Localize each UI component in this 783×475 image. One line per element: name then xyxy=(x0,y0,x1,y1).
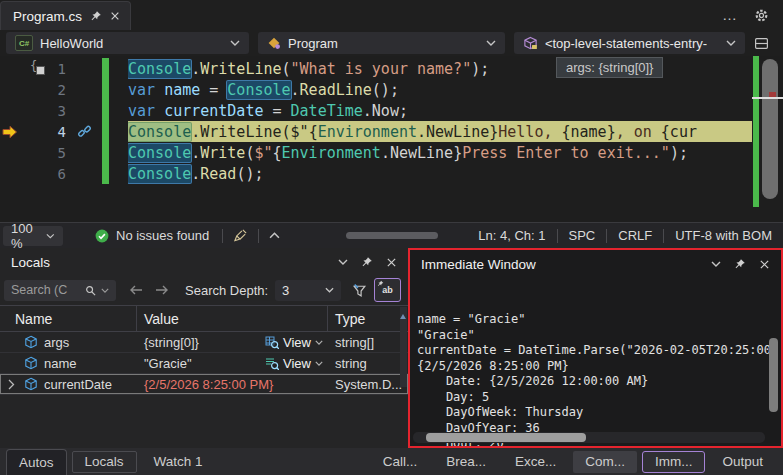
breakpoint-margin[interactable] xyxy=(0,58,20,79)
locals-vertical-scrollbar[interactable] xyxy=(400,307,407,387)
type-dropdown[interactable]: Program xyxy=(258,32,505,54)
code-editor[interactable]: 1Console.WriteLine("What is your name?")… xyxy=(0,56,783,222)
left-tab-group: AutosLocalsWatch 1 xyxy=(6,449,215,475)
code-line-3[interactable]: 3var currentDate = DateTime.Now; xyxy=(0,100,752,121)
pin-icon[interactable] xyxy=(734,258,746,270)
zoom-control[interactable]: 100 % xyxy=(3,226,63,246)
project-dropdown[interactable]: C# HelloWorld xyxy=(6,32,249,54)
issues-indicator[interactable]: No issues found xyxy=(95,228,209,243)
filter-pin-icon[interactable] xyxy=(352,283,367,298)
tab-imm[interactable]: Imm... xyxy=(642,451,706,473)
tab-bar-actions: … xyxy=(722,0,783,30)
search-forward-arrow-icon[interactable] xyxy=(155,285,169,295)
locals-title-bar[interactable]: Locals xyxy=(0,248,408,276)
immediate-title-bar[interactable]: Immediate Window xyxy=(410,250,781,278)
code-token: DateTime xyxy=(291,102,363,120)
breakpoint-margin[interactable] xyxy=(0,100,20,121)
variable-icon xyxy=(24,356,38,370)
search-back-arrow-icon[interactable] xyxy=(129,285,143,295)
editor-status-bar: 100 % No issues found Ln: 4, Ch: 1 SPC C… xyxy=(0,222,783,248)
member-dropdown[interactable]: <top-level-statements-entry- xyxy=(514,32,745,54)
tab-com[interactable]: Com... xyxy=(573,451,637,473)
split-editor-icon[interactable] xyxy=(754,36,769,51)
tab-call[interactable]: Call... xyxy=(371,451,430,473)
chevron-down-icon[interactable] xyxy=(315,340,323,345)
code-text[interactable]: Console.Read(); xyxy=(128,163,752,184)
text-view-ab-button[interactable]: ab xyxy=(374,278,401,302)
close-icon[interactable] xyxy=(110,11,120,21)
view-button[interactable]: View xyxy=(263,335,323,350)
chevron-up-icon[interactable] xyxy=(269,232,280,239)
breakpoint-margin[interactable] xyxy=(0,163,20,184)
pin-icon[interactable] xyxy=(361,256,373,268)
tab-autos[interactable]: Autos xyxy=(6,449,67,475)
code-token: . xyxy=(417,123,426,141)
locals-row-args[interactable]: args{string[0]}Viewstring[] xyxy=(0,332,408,353)
code-cleanup-broom-icon[interactable] xyxy=(233,228,248,243)
encoding-indicator[interactable]: UTF-8 with BOM xyxy=(664,228,783,243)
code-text[interactable]: var currentDate = DateTime.Now; xyxy=(128,100,752,121)
code-token: . xyxy=(191,60,200,78)
code-token: var xyxy=(128,102,155,120)
close-icon[interactable] xyxy=(386,257,397,268)
column-header-type[interactable]: Type xyxy=(328,306,408,331)
immediate-content[interactable]: name = "Gracie""Gracie"currentDate = Dat… xyxy=(410,278,781,446)
tool-window-area: Locals Search (C Search Depth: xyxy=(0,248,783,448)
more-actions-icon[interactable]: … xyxy=(722,10,738,20)
outline-margin-icon[interactable]: { xyxy=(30,59,45,75)
immediate-vertical-scrollbar-thumb[interactable] xyxy=(769,338,778,412)
type-cell: string xyxy=(328,356,408,371)
window-position-chevron-icon[interactable] xyxy=(711,261,721,267)
value-cell: {string[0]}View xyxy=(137,335,328,350)
immediate-horizontal-scrollbar-thumb[interactable] xyxy=(426,433,586,442)
chevron-down-icon[interactable] xyxy=(101,288,109,293)
code-line-5[interactable]: 5Console.Write($"{Environment.NewLine}Pr… xyxy=(0,142,752,163)
change-tracking-bar xyxy=(753,56,759,207)
chevron-down-icon[interactable] xyxy=(315,361,323,366)
locals-row-name[interactable]: name"Gracie"Viewstring xyxy=(0,353,408,374)
column-header-name[interactable]: Name xyxy=(0,306,137,331)
csharp-project-icon: C# xyxy=(15,35,33,51)
spaces-indicator[interactable]: SPC xyxy=(558,228,607,243)
close-icon[interactable] xyxy=(759,259,770,270)
visualizer-grid-icon xyxy=(265,335,279,349)
tab-locals[interactable]: Locals xyxy=(72,451,137,473)
tab-program-cs[interactable]: Program.cs xyxy=(0,1,131,30)
code-token: WriteLine xyxy=(200,123,281,141)
change-tracking-margin xyxy=(102,79,109,100)
code-line-4[interactable]: 4Console.WriteLine($"{Environment.NewLin… xyxy=(0,121,752,142)
view-button[interactable]: View xyxy=(263,356,323,371)
line-ending-indicator[interactable]: CRLF xyxy=(607,228,663,243)
tab-watch-1[interactable]: Watch 1 xyxy=(142,451,215,473)
code-token: $" xyxy=(254,144,272,162)
expander-chevron-icon[interactable] xyxy=(5,379,18,390)
line-col-indicator[interactable]: Ln: 4, Ch: 1 xyxy=(467,228,556,243)
breakpoint-margin[interactable] xyxy=(0,79,20,100)
editor-horizontal-scrollbar-thumb[interactable] xyxy=(346,232,438,239)
scroll-up-arrow-icon[interactable] xyxy=(400,314,406,319)
code-text[interactable]: Console.Write($"{Environment.NewLine}Pre… xyxy=(128,142,752,163)
locals-row-currentDate[interactable]: currentDate{2/5/2026 8:25:00 PM}System.D… xyxy=(0,374,408,395)
code-line-6[interactable]: 6Console.Read(); xyxy=(0,163,752,184)
entry-point-cube-lock-icon xyxy=(523,36,538,51)
editor-vertical-scrollbar[interactable] xyxy=(752,56,783,222)
tab-brea[interactable]: Brea... xyxy=(434,451,498,473)
settings-gear-icon[interactable] xyxy=(754,8,769,23)
search-input[interactable]: Search (C xyxy=(4,280,116,301)
type-cell: System.D... xyxy=(328,377,408,392)
tab-output[interactable]: Output xyxy=(710,451,775,473)
tab-exce[interactable]: Exce... xyxy=(503,451,568,473)
search-depth-dropdown[interactable]: 3 xyxy=(275,280,341,301)
change-tracking-margin xyxy=(102,58,109,79)
search-depth-value: 3 xyxy=(282,283,289,298)
breakpoint-margin[interactable] xyxy=(0,142,20,163)
code-text[interactable]: Console.WriteLine($"{Environment.NewLine… xyxy=(128,121,752,142)
scrollbar-thumb[interactable] xyxy=(762,59,778,199)
pin-icon[interactable] xyxy=(90,10,102,22)
code-line-2[interactable]: 2var name = Console.ReadLine(); xyxy=(0,79,752,100)
class-icon xyxy=(267,36,281,50)
code-token: ($" xyxy=(282,123,309,141)
code-text[interactable]: var name = Console.ReadLine(); xyxy=(128,79,752,100)
column-header-value[interactable]: Value xyxy=(137,306,328,331)
window-position-chevron-icon[interactable] xyxy=(338,259,348,265)
